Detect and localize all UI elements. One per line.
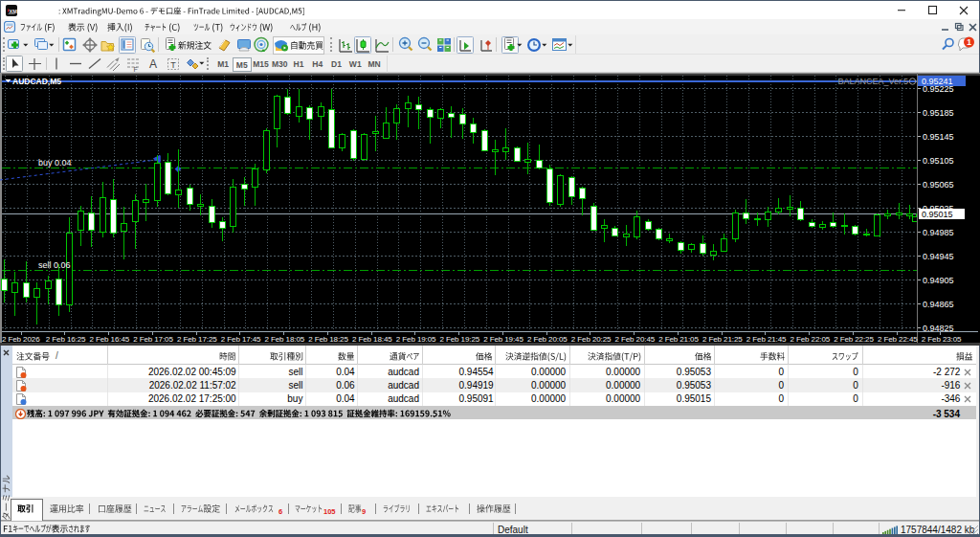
- svg-text:2 Feb 22:45: 2 Feb 22:45: [878, 335, 918, 344]
- svg-text:2 Feb 18:25: 2 Feb 18:25: [308, 335, 348, 344]
- svg-text:2 Feb 21:05: 2 Feb 21:05: [658, 335, 699, 344]
- svg-text:2 Feb 2026: 2 Feb 2026: [2, 335, 40, 344]
- svg-text:buy 0.04: buy 0.04: [38, 158, 72, 168]
- svg-text:2 Feb 23:05: 2 Feb 23:05: [922, 335, 962, 344]
- svg-text:1: 1: [967, 37, 971, 47]
- svg-text:2 Feb 17:25: 2 Feb 17:25: [177, 335, 217, 344]
- svg-text:0.94945: 0.94945: [923, 252, 954, 261]
- svg-text:T: T: [170, 60, 176, 70]
- svg-text:AUDCAD,M5: AUDCAD,M5: [12, 77, 61, 86]
- svg-text:2 Feb 21:45: 2 Feb 21:45: [746, 335, 787, 344]
- svg-text:0.95105: 0.95105: [923, 156, 954, 166]
- svg-text:2 Feb 22:05: 2 Feb 22:05: [791, 335, 831, 344]
- svg-text:0.95145: 0.95145: [923, 132, 954, 142]
- svg-text:2 Feb 22:25: 2 Feb 22:25: [834, 335, 874, 344]
- svg-text:2 Feb 19:25: 2 Feb 19:25: [440, 335, 480, 344]
- svg-text:0.95185: 0.95185: [923, 108, 954, 118]
- svg-text:2 Feb 20:45: 2 Feb 20:45: [615, 335, 656, 344]
- svg-text:2 Feb 16:25: 2 Feb 16:25: [46, 335, 86, 344]
- svg-text:0.95241: 0.95241: [922, 77, 953, 86]
- svg-text:0.94985: 0.94985: [923, 228, 954, 237]
- svg-text:0.94865: 0.94865: [923, 300, 954, 309]
- svg-text:0.94905: 0.94905: [923, 276, 954, 285]
- svg-text:2 Feb 19:45: 2 Feb 19:45: [483, 335, 523, 344]
- svg-text:sell 0.06: sell 0.06: [38, 260, 71, 270]
- svg-text:2 Feb 17:05: 2 Feb 17:05: [133, 335, 173, 344]
- svg-text:2 Feb 16:45: 2 Feb 16:45: [90, 335, 130, 344]
- svg-text:2 Feb 21:25: 2 Feb 21:25: [702, 335, 743, 344]
- svg-text:2 Feb 18:05: 2 Feb 18:05: [265, 335, 305, 344]
- svg-text:XM: XM: [10, 9, 18, 14]
- svg-text:A: A: [149, 57, 157, 71]
- svg-text:2 Feb 20:05: 2 Feb 20:05: [527, 335, 568, 344]
- svg-text:2 Feb 19:05: 2 Feb 19:05: [396, 335, 436, 344]
- svg-text:0.95015: 0.95015: [922, 210, 953, 219]
- svg-text:2 Feb 20:25: 2 Feb 20:25: [571, 335, 612, 344]
- svg-text:0.95065: 0.95065: [923, 180, 954, 190]
- svg-text:F: F: [134, 66, 138, 73]
- svg-text:2 Feb 18:45: 2 Feb 18:45: [352, 335, 392, 344]
- svg-text:BALANCEA_Ver.5: BALANCEA_Ver.5: [837, 77, 908, 86]
- svg-text:2 Feb 17:45: 2 Feb 17:45: [221, 335, 261, 344]
